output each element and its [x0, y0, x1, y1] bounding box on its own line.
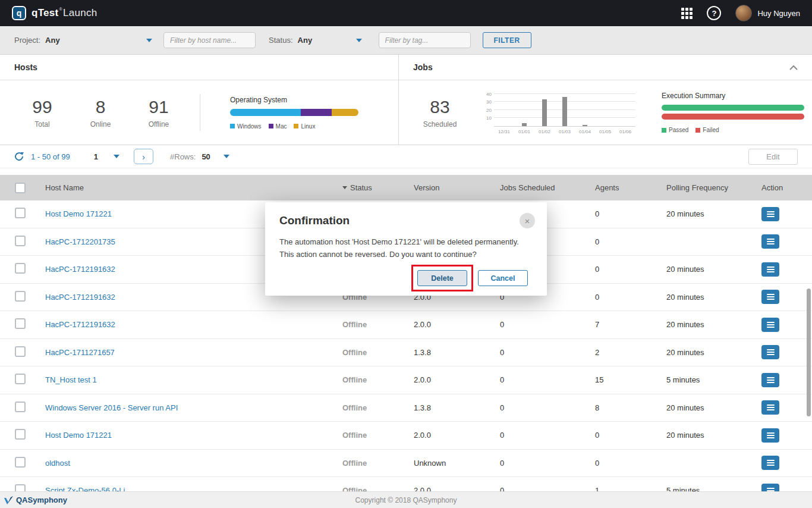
registered-mark: ® — [59, 7, 62, 11]
status-dropdown[interactable]: Any — [298, 36, 362, 45]
os-bar-segment — [301, 109, 332, 116]
select-all-checkbox[interactable] — [15, 183, 26, 193]
host-version: 1.3.8 — [404, 403, 490, 412]
host-name-link[interactable]: Host Demo 171221 — [45, 209, 112, 218]
column-version[interactable]: Version — [404, 183, 490, 192]
close-icon[interactable]: × — [520, 213, 535, 228]
row-actions-button[interactable] — [761, 262, 779, 277]
qtest-launch-app: q qTest®Launch ? Huy Nguyen Project: Any… — [0, 0, 812, 508]
row-checkbox[interactable] — [15, 208, 26, 218]
next-page-button[interactable]: › — [134, 149, 153, 164]
host-name-link[interactable]: HacPC-1712191632 — [45, 265, 115, 274]
column-agents[interactable]: Agents — [586, 183, 657, 192]
jobs-scheduled-count: 0 — [490, 403, 586, 412]
project-dropdown[interactable]: Any — [45, 36, 152, 45]
row-checkbox[interactable] — [15, 263, 26, 274]
host-version: 1.3.8 — [404, 348, 490, 357]
column-status[interactable]: Status — [333, 183, 404, 192]
rows-value: 50 — [202, 152, 210, 161]
os-bar — [230, 109, 358, 116]
host-name-link[interactable]: Script Zx-Demo-56.0-Li — [45, 486, 125, 491]
column-agents-label: Agents — [595, 183, 619, 192]
chevron-down-icon — [224, 155, 229, 158]
row-checkbox[interactable] — [15, 318, 26, 329]
host-name-link[interactable]: Host Demo 171221 — [45, 431, 112, 440]
user-menu[interactable]: Huy Nguyen — [735, 5, 800, 21]
menu-icon — [767, 403, 775, 412]
row-checkbox[interactable] — [15, 457, 26, 468]
agents-count: 8 — [586, 403, 657, 412]
host-name-link[interactable]: Windows Server 2016 - Server run API — [45, 403, 178, 412]
row-actions-button[interactable] — [761, 290, 779, 304]
host-name-link[interactable]: TN_Host test 1 — [45, 375, 97, 384]
table-row: Host Demo 171221 Offline 2.0.0 0 0 20 mi… — [0, 422, 812, 450]
jobs-bar — [583, 125, 587, 126]
brand[interactable]: q qTest®Launch — [12, 6, 97, 20]
column-host-name[interactable]: Host Name — [36, 183, 333, 192]
column-polling-frequency[interactable]: Polling Frequency — [657, 183, 752, 192]
jobs-scheduled-count: 0 — [490, 348, 586, 357]
row-actions-button[interactable] — [761, 234, 779, 249]
row-actions-button[interactable] — [761, 428, 779, 443]
row-actions-button[interactable] — [761, 484, 779, 491]
dialog-message-line1: The automation host 'Host Demo 171221' w… — [279, 236, 533, 248]
host-version: 2.0.0 — [404, 486, 490, 491]
row-checkbox[interactable] — [15, 346, 26, 357]
host-name-link[interactable]: oldhost — [45, 459, 70, 468]
vertical-scrollbar[interactable] — [807, 289, 811, 416]
navbar-actions: ? Huy Nguyen — [681, 5, 800, 21]
summary-panels: Hosts 99 Total 8 Online 91 Offline Opera… — [0, 55, 812, 145]
passed-legend-label: Passed — [669, 127, 688, 133]
hosts-panel-body: 99 Total 8 Online 91 Offline Operating S… — [0, 80, 398, 145]
row-checkbox[interactable] — [15, 291, 26, 302]
jobs-bar — [542, 99, 547, 126]
row-checkbox[interactable] — [15, 429, 26, 440]
row-checkbox[interactable] — [15, 374, 26, 384]
row-actions-button[interactable] — [761, 456, 779, 470]
host-name-link[interactable]: HacPC-1712191632 — [45, 293, 115, 302]
apps-grid-icon[interactable] — [681, 8, 693, 19]
status-value: Any — [298, 36, 313, 45]
jobs-scheduled-count: 0 — [490, 459, 586, 468]
cancel-button[interactable]: Cancel — [478, 270, 528, 286]
help-icon[interactable]: ? — [707, 6, 721, 20]
edit-button[interactable]: Edit — [748, 149, 798, 165]
os-chart-block: Operating System WindowsMacLinux — [230, 96, 358, 130]
row-actions-button[interactable] — [761, 373, 779, 387]
agents-count: 0 — [586, 293, 657, 302]
menu-icon — [767, 431, 775, 440]
os-legend-item: Windows — [230, 123, 262, 130]
host-name-link[interactable]: HacPC-1711271657 — [45, 348, 115, 357]
agents-count: 0 — [586, 209, 657, 218]
delete-button[interactable]: Delete — [417, 270, 467, 286]
host-name-link[interactable]: HacPC-1712191632 — [45, 320, 115, 329]
row-checkbox[interactable] — [15, 402, 26, 412]
host-name-link[interactable]: HacPC-1712201735 — [45, 237, 115, 246]
row-actions-button[interactable] — [761, 318, 779, 332]
hosts-offline-stat: 91 Offline — [130, 97, 188, 128]
menu-icon — [767, 487, 775, 491]
chevron-down-icon — [356, 39, 362, 42]
row-actions-button[interactable] — [761, 207, 779, 221]
hosts-online-stat: 8 Online — [71, 97, 130, 128]
failed-bar — [662, 114, 804, 120]
tag-filter-input[interactable] — [379, 32, 471, 48]
page-dropdown[interactable]: 1 — [94, 152, 119, 161]
row-checkbox[interactable] — [15, 484, 26, 491]
jobs-panel: Jobs 83 Scheduled 10203040 12/3101/0101/… — [399, 55, 812, 145]
row-actions-button[interactable] — [761, 400, 779, 415]
jobs-chart-xlabels: 12/3101/0101/0201/0301/0401/0501/06 — [494, 129, 635, 134]
rows-per-page-dropdown[interactable]: 50 — [202, 152, 229, 161]
host-name-filter-input[interactable] — [163, 32, 256, 48]
qasymphony-logo[interactable]: QASymphony — [4, 495, 67, 506]
row-actions-button[interactable] — [761, 345, 779, 359]
host-version: Unknown — [404, 459, 490, 468]
collapse-chevron-up-icon[interactable] — [789, 65, 798, 70]
sort-caret-icon — [342, 186, 347, 189]
refresh-button[interactable] — [14, 152, 24, 161]
filter-button[interactable]: FILTER — [483, 32, 531, 48]
row-checkbox[interactable] — [15, 236, 26, 246]
column-jobs-scheduled[interactable]: Jobs Scheduled — [490, 183, 586, 192]
column-status-label: Status — [350, 183, 372, 192]
qasymphony-logo-icon — [4, 495, 14, 506]
